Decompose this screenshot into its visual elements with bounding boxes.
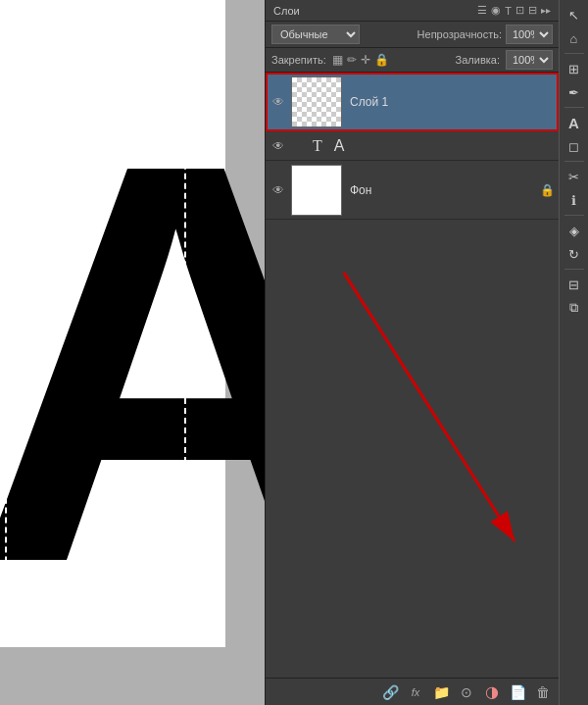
toolbar-info-icon[interactable]: ℹ bbox=[564, 189, 585, 211]
toolbar-crop-icon[interactable]: ⊞ bbox=[564, 58, 585, 79]
right-toolbar: ↖ ⌂ ⊞ ✒ A ◻ ✂ ℹ ◈ ↻ ⊟ ⧉ bbox=[559, 0, 588, 705]
panel-icon-history[interactable]: ⊟ bbox=[528, 4, 537, 17]
layers-panel: Слои ☰ ◉ T ⊡ ⊟ ▸▸ Обычные Непрозрачность… bbox=[265, 0, 559, 705]
layer-lock-icon: 🔒 bbox=[540, 183, 555, 197]
blend-mode-select[interactable]: Обычные bbox=[271, 25, 360, 44]
opacity-label: Непрозрачность: bbox=[417, 28, 502, 40]
footer-new-layer-icon[interactable]: 📄 bbox=[508, 682, 527, 702]
toolbar-blend-icon[interactable]: ⧉ bbox=[564, 297, 585, 319]
panel-icon-transform[interactable]: ⊡ bbox=[515, 4, 524, 17]
toolbar-shape-icon[interactable]: ◻ bbox=[564, 135, 585, 157]
toolbar-divider-4 bbox=[564, 215, 584, 216]
panel-header: Слои ☰ ◉ T ⊡ ⊟ ▸▸ bbox=[266, 0, 559, 22]
lock-transparent-btn[interactable]: ▦ bbox=[332, 53, 343, 67]
lock-image-btn[interactable]: ✏ bbox=[347, 53, 357, 67]
layer-thumb-1 bbox=[291, 76, 342, 127]
canvas-area: A bbox=[0, 0, 265, 705]
lock-row: Закрепить: ▦ ✏ ✛ 🔒 Заливка: 100% bbox=[266, 48, 559, 73]
lock-position-btn[interactable]: ✛ bbox=[361, 53, 370, 67]
layer-name-1: Слой 1 bbox=[350, 95, 555, 109]
toolbar-layers-icon[interactable]: ⊟ bbox=[564, 274, 585, 295]
footer-fx-icon[interactable]: fx bbox=[406, 682, 425, 702]
layer-item-1[interactable]: 👁 Слой 1 bbox=[266, 73, 559, 131]
toolbar-lasso-icon[interactable]: ⌂ bbox=[564, 27, 585, 49]
panel-footer: 🔗 fx 📁 ⊙ ◑ 📄 🗑 bbox=[266, 678, 559, 705]
footer-mask-icon[interactable]: ⊙ bbox=[457, 682, 476, 702]
eye-icon-1[interactable]: 👁 bbox=[270, 93, 287, 111]
panel-icon-text[interactable]: T bbox=[505, 5, 512, 17]
text-layer-t-icon: T bbox=[313, 137, 322, 155]
footer-group-icon[interactable]: 📁 bbox=[431, 682, 451, 702]
panel-icon-layers[interactable]: ☰ bbox=[477, 4, 487, 17]
main-content: A Слои ☰ ◉ T ⊡ ⊟ ▸▸ Обычны bbox=[0, 0, 588, 705]
svg-line-1 bbox=[344, 273, 514, 541]
toolbar-rotate-icon[interactable]: ↻ bbox=[564, 243, 585, 265]
layer-text-row[interactable]: 👁 T А bbox=[266, 131, 559, 161]
lock-icons: ▦ ✏ ✛ 🔒 bbox=[332, 53, 389, 67]
toolbar-divider-5 bbox=[564, 269, 584, 270]
toolbar-eyedropper-icon[interactable]: ✒ bbox=[564, 81, 585, 103]
panel-title: Слои bbox=[273, 5, 300, 17]
panel-header-icons: ☰ ◉ T ⊡ ⊟ ▸▸ bbox=[477, 4, 551, 17]
toolbar-divider-1 bbox=[564, 53, 584, 54]
footer-link-icon[interactable]: 🔗 bbox=[380, 682, 400, 702]
toolbar-divider-3 bbox=[564, 161, 584, 162]
eye-icon-bg[interactable]: 👁 bbox=[270, 181, 287, 199]
opacity-select[interactable]: 100% bbox=[506, 25, 553, 44]
fill-select[interactable]: 100% bbox=[506, 50, 553, 70]
panel-expand[interactable]: ▸▸ bbox=[541, 5, 551, 16]
toolbar-divider-2 bbox=[564, 107, 584, 108]
text-layer-a-label: А bbox=[334, 137, 345, 155]
panel-icon-channels[interactable]: ◉ bbox=[491, 4, 501, 17]
layer-name-bg: Фон bbox=[350, 183, 536, 197]
toolbar-cursor-icon[interactable]: ↖ bbox=[564, 4, 585, 25]
toolbar-text-icon[interactable]: A bbox=[564, 112, 585, 133]
panel-and-toolbar: Слои ☰ ◉ T ⊡ ⊟ ▸▸ Обычные Непрозрачность… bbox=[265, 0, 588, 705]
toolbar-3d-icon[interactable]: ◈ bbox=[564, 220, 585, 241]
toolbar-settings-icon[interactable]: ✂ bbox=[564, 166, 585, 187]
lock-label: Закрепить: bbox=[271, 54, 326, 66]
footer-delete-icon[interactable]: 🗑 bbox=[533, 682, 553, 702]
footer-adjustment-icon[interactable]: ◑ bbox=[482, 682, 502, 702]
lock-all-btn[interactable]: 🔒 bbox=[374, 53, 389, 67]
layer-thumb-bg bbox=[291, 165, 342, 216]
eye-icon-text[interactable]: 👁 bbox=[270, 137, 287, 155]
layers-list: 👁 Слой 1 👁 T А 👁 Фон 🔒 bbox=[266, 73, 559, 678]
blend-mode-row: Обычные Непрозрачность: 100% bbox=[266, 22, 559, 48]
layer-item-bg[interactable]: 👁 Фон 🔒 bbox=[266, 161, 559, 220]
letter-a: A bbox=[0, 78, 265, 647]
fill-label: Заливка: bbox=[456, 54, 500, 66]
